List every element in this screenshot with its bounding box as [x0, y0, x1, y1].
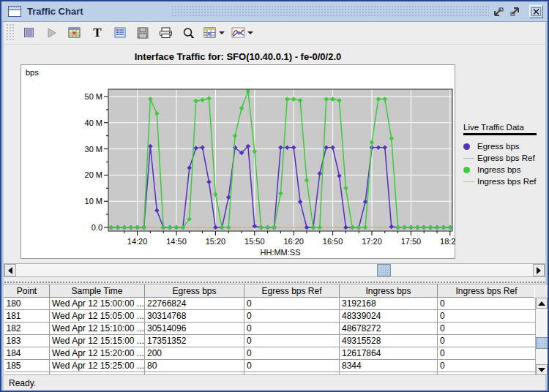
svg-text:14:20: 14:20	[127, 237, 148, 246]
column-header-egress-bps-ref[interactable]: Egress bps Ref	[244, 285, 340, 298]
series-dash-icon	[463, 181, 475, 182]
traffic-chart-canvas: bps 0.010 M20 M30 M40 M50 M14:2014:5015:…	[20, 64, 455, 259]
table-cell: 0	[438, 323, 536, 335]
close-icon[interactable]	[529, 5, 543, 18]
zoom-icon[interactable]	[180, 24, 196, 42]
column-header-egress-bps[interactable]: Egress bps	[145, 285, 244, 298]
chart-type-icon[interactable]	[231, 24, 253, 42]
svg-text:10 M: 10 M	[85, 197, 102, 206]
save-icon[interactable]	[135, 24, 151, 42]
table-cell: 200	[145, 347, 244, 360]
chart-table-splitter[interactable]	[4, 280, 545, 283]
svg-text:17:50: 17:50	[401, 237, 422, 246]
table-cell: 0	[244, 298, 340, 310]
legend-item-label: Egress bps	[477, 142, 520, 151]
restore-icon[interactable]	[493, 6, 505, 18]
column-header-point[interactable]: Point	[4, 285, 50, 298]
chart-settings-icon[interactable]	[67, 24, 83, 42]
table-cell: 0	[244, 335, 340, 347]
title-icon[interactable]: T	[89, 24, 105, 42]
scroll-up-arrow-icon[interactable]	[536, 298, 548, 309]
column-header-sample-time[interactable]: Sample Time	[50, 285, 145, 298]
table-cell: 0	[438, 335, 536, 347]
vertical-scrollbar-thumb[interactable]	[536, 337, 548, 349]
table-cell: 181	[4, 310, 50, 323]
scroll-right-arrow-icon[interactable]	[533, 264, 545, 276]
table-cell: 0	[438, 347, 536, 360]
table-cell: 22766824	[145, 298, 244, 310]
table-row[interactable]: 180Wed Apr 12 15:00:00 ...22766824031921…	[4, 298, 536, 310]
chart-type-dropdown-caret	[247, 31, 253, 34]
legend-title: Live Traffic Data	[463, 123, 547, 132]
table-cell: 80	[145, 360, 244, 372]
legend-item: Ingress bps	[463, 164, 547, 176]
table-cell: Wed Apr 12 15:20:00 ...	[50, 347, 145, 360]
table-cell: 48678272	[340, 323, 438, 335]
table-cell: 180	[4, 298, 50, 310]
table-header-row: Point Sample Time Egress bps Egress bps …	[4, 285, 536, 298]
legend-item-label: Ingress bps	[477, 165, 520, 174]
table-cell: 184	[4, 347, 50, 360]
table-cell: 182	[4, 323, 50, 335]
chart-legend: Live Traffic Data Egress bpsEgress bps R…	[463, 123, 547, 187]
stop-icon[interactable]	[21, 24, 37, 42]
print-icon[interactable]	[157, 24, 173, 42]
table-row[interactable]: 182Wed Apr 12 15:10:00 ...30514096048678…	[4, 323, 536, 335]
table-cell: 3192168	[340, 298, 438, 310]
title-icon-glyph: T	[93, 26, 101, 40]
table-cell: 0	[438, 360, 536, 372]
svg-text:15:20: 15:20	[206, 237, 226, 246]
column-header-ingress-bps[interactable]: Ingress bps	[340, 285, 438, 298]
table-row[interactable]: 184Wed Apr 12 15:20:00 ...2000126178640	[4, 347, 536, 360]
svg-text:30 M: 30 M	[85, 145, 102, 154]
legend-item: Ingress bps Ref	[463, 176, 547, 187]
traffic-chart-window: Traffic Chart T	[0, 0, 549, 392]
svg-text:16:20: 16:20	[283, 237, 304, 246]
svg-text:14:50: 14:50	[166, 237, 187, 246]
toolbar: T	[4, 21, 545, 45]
svg-text:15:50: 15:50	[244, 237, 265, 246]
series-dot-icon	[463, 167, 475, 173]
table-cell: 8344	[340, 360, 438, 372]
horizontal-scrollbar-thumb[interactable]	[377, 264, 391, 276]
table-cell: Wed Apr 12 15:25:00 ...	[50, 360, 145, 372]
table-cell: 48339024	[340, 310, 438, 323]
maximize-icon[interactable]	[509, 6, 521, 18]
legend-toggle-icon[interactable]	[112, 24, 128, 42]
table-cell: 30514096	[145, 323, 244, 335]
column-header-ingress-bps-ref[interactable]: Ingress bps Ref	[438, 285, 536, 298]
table-options-icon[interactable]	[203, 24, 225, 42]
table-cell: 0	[438, 298, 536, 310]
table-cell: 0	[244, 347, 340, 360]
legend-item-label: Egress bps Ref	[477, 154, 535, 162]
window-title: Traffic Chart	[27, 6, 83, 17]
table-row[interactable]: 181Wed Apr 12 15:05:00 ...30314768048339…	[4, 310, 536, 323]
scroll-down-arrow-icon[interactable]	[536, 364, 548, 375]
vertical-scrollbar[interactable]	[535, 298, 548, 375]
table-cell: 30314768	[145, 310, 244, 323]
series-dash-icon	[463, 158, 475, 159]
series-dot-icon	[463, 143, 475, 150]
table-cell: 17351352	[145, 335, 244, 347]
table-cell: Wed Apr 12 15:15:00 ...	[50, 335, 145, 347]
table-cell: 0	[438, 310, 536, 323]
titlebar-pattern	[171, 5, 489, 18]
scroll-left-arrow-icon[interactable]	[4, 264, 16, 276]
svg-text:16:50: 16:50	[323, 237, 343, 246]
table-row[interactable]: 185Wed Apr 12 15:25:00 ...80083440	[4, 360, 536, 372]
table-cell: 0	[244, 360, 340, 372]
sample-table: Point Sample Time Egress bps Egress bps …	[4, 284, 536, 375]
svg-text:20 M: 20 M	[85, 170, 102, 179]
titlebar[interactable]: Traffic Chart	[1, 1, 548, 22]
table-cell: 0	[244, 310, 340, 323]
table-row[interactable]: 183Wed Apr 12 15:15:00 ...17351352049315…	[4, 335, 536, 347]
table-cell: 0	[244, 323, 340, 335]
horizontal-scrollbar[interactable]	[4, 263, 545, 277]
play-icon[interactable]	[44, 24, 60, 42]
legend-item: Egress bps Ref	[463, 152, 547, 164]
table-cell: 12617864	[340, 347, 438, 360]
window-icon	[8, 6, 21, 17]
toolbar-drag-handle[interactable]	[6, 23, 14, 42]
svg-text:40 M: 40 M	[85, 118, 102, 127]
table-body: 180Wed Apr 12 15:00:00 ...22766824031921…	[4, 298, 536, 376]
